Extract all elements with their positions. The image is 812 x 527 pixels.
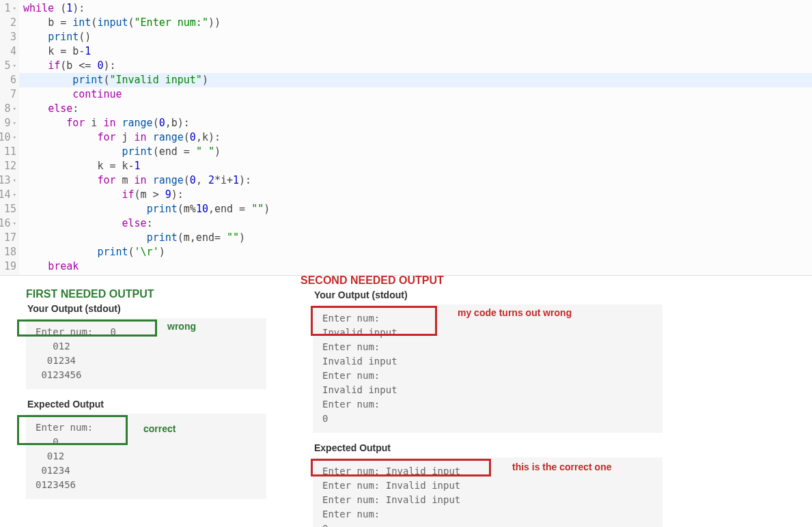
your-output-label-2: Your Output (stdout) (314, 289, 662, 300)
correct-label: correct (143, 423, 176, 434)
second-output-column: SECOND NEEDED OUTPUT Your Output (stdout… (307, 269, 662, 527)
wrong-label: wrong (167, 321, 196, 332)
code-line[interactable]: k = b-1 (23, 44, 808, 59)
code-line[interactable]: for j in range(0,k): (23, 130, 808, 145)
code-editor[interactable]: 12345678910111213141516171819 while (1):… (0, 0, 812, 276)
outputs-section: FIRST NEEDED OUTPUT Your Output (stdout)… (0, 276, 812, 527)
first-output-column: FIRST NEEDED OUTPUT Your Output (stdout)… (20, 283, 266, 499)
code-line[interactable]: continue (23, 87, 808, 102)
wrong-label-2: my code turns out wrong (458, 307, 572, 318)
code-line[interactable]: print('\r') (23, 245, 808, 259)
code-line[interactable]: if(m > 9): (23, 188, 808, 202)
first-needed-title: FIRST NEEDED OUTPUT (26, 288, 266, 300)
your-output-label: Your Output (stdout) (27, 303, 266, 314)
second-your-output: Enter num: Invalid input Enter num: Inva… (313, 304, 662, 433)
code-line[interactable]: print() (23, 30, 808, 44)
code-line[interactable]: if(b <= 0): (23, 59, 808, 73)
correct-label-2: this is the correct one (512, 461, 611, 472)
first-your-output: Enter num: 0 012 01234 0123456 (26, 318, 266, 389)
code-line[interactable]: for m in range(0, 2*i+1): (23, 173, 808, 188)
expected-output-label: Expected Output (27, 399, 266, 410)
expected-output-label-2: Expected Output (314, 442, 662, 453)
code-line[interactable]: for i in range(0,b): (23, 116, 808, 130)
code-line[interactable]: while (1): (23, 1, 808, 16)
code-line[interactable]: print(m%10,end = "") (23, 202, 808, 216)
code-line[interactable]: else: (23, 102, 808, 116)
line-number-gutter: 12345678910111213141516171819 (0, 0, 19, 275)
code-line[interactable]: else: (23, 216, 808, 231)
code-line[interactable]: k = k-1 (23, 159, 808, 173)
code-area[interactable]: while (1): b = int(input("Enter num:")) … (19, 0, 812, 275)
code-line[interactable]: print(end = " ") (23, 145, 808, 159)
code-line[interactable]: b = int(input("Enter num:")) (23, 16, 808, 30)
code-line[interactable]: print("Invalid input") (19, 73, 812, 87)
second-needed-title: SECOND NEEDED OUTPUT (300, 274, 662, 287)
code-line[interactable]: print(m,end= "") (23, 231, 808, 245)
